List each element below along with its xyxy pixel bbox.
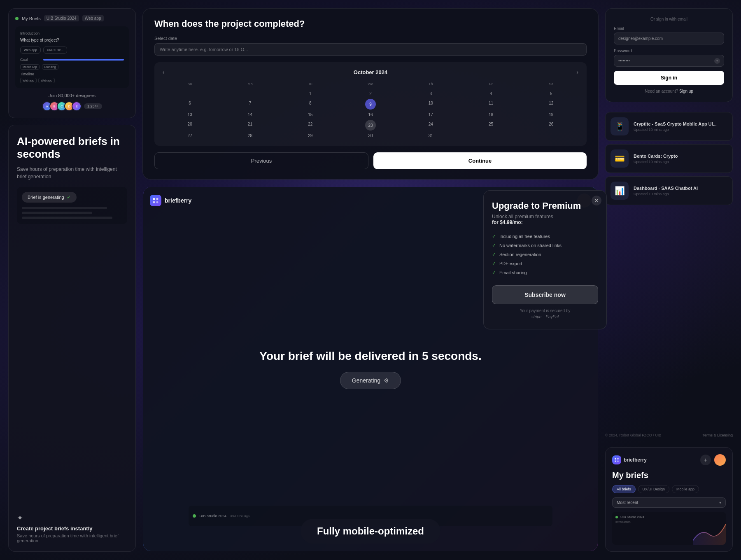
cal-day-1[interactable]: 1 (281, 89, 340, 98)
generating-badge: Brief is generating ✓ (22, 192, 77, 203)
cal-day-12[interactable]: 12 (522, 99, 581, 110)
day-mo: Mo (220, 81, 280, 87)
cal-day-2[interactable]: 2 (341, 89, 400, 98)
cal-day-3[interactable]: 3 (401, 89, 460, 98)
cal-day-14[interactable]: 14 (220, 110, 280, 119)
bb-logo-icon (150, 195, 161, 206)
svg-point-4 (615, 458, 616, 460)
cal-day-18[interactable]: 18 (461, 110, 520, 119)
chip-mobileapp: Mobile App (20, 64, 40, 70)
left-top-card: My Briefs UIB Studio 2024 Web app Introd… (8, 8, 136, 118)
option-uxui[interactable]: UI/UX De... (43, 47, 67, 54)
feature-text-5: Email sharing (499, 270, 527, 275)
option-webapp[interactable]: Web app (20, 47, 41, 54)
left-bottom-card: AI-powered briefs in seconds Save hours … (8, 125, 136, 552)
tl-chip2: Web app (38, 78, 55, 83)
cal-day-25[interactable]: 25 (461, 120, 520, 131)
rbb-sort-select[interactable]: Most recent (617, 500, 638, 505)
bb-main-text: Your brief will be delivered in 5 second… (259, 349, 481, 364)
cal-day-30[interactable]: 30 (341, 131, 400, 140)
cal-day-17[interactable]: 17 (401, 110, 460, 119)
cal-day-5[interactable]: 5 (522, 89, 581, 98)
password-field[interactable]: •••••••• (614, 55, 724, 67)
cal-day-20[interactable]: 20 (160, 120, 219, 131)
cal-day-23-selected[interactable]: 23 (365, 120, 376, 131)
right-column: Or sign in with email Email designer@exa… (605, 8, 733, 552)
rbb-tab-mobile[interactable]: Mobile app (672, 485, 699, 493)
feature-item-4: ✓ PDF export (492, 259, 598, 268)
product-updated-1: Updated 10 mins ago (634, 128, 727, 132)
gen-line-1 (22, 207, 107, 209)
cal-day-16[interactable]: 16 (341, 110, 400, 119)
payment-logos: stripe PayPal (492, 315, 598, 319)
cal-prev-btn[interactable]: ‹ (160, 68, 167, 76)
gen-line-3 (22, 217, 112, 219)
cal-day-19[interactable]: 19 (522, 110, 581, 119)
cal-day-21[interactable]: 21 (220, 120, 280, 131)
chevron-down-icon: ▾ (719, 500, 721, 505)
product-info-2: Bento Cards: Crypto Updated 10 mins ago (634, 154, 727, 164)
rbb-add-button[interactable]: + (700, 455, 711, 465)
rbb-tab-all[interactable]: All briefs (612, 485, 636, 493)
cal-day-28[interactable]: 28 (220, 131, 280, 140)
rbb-avatar[interactable] (714, 454, 726, 466)
mini-chart (693, 520, 726, 545)
cal-day-6[interactable]: 6 (160, 99, 219, 110)
cal-day-29[interactable]: 29 (281, 131, 340, 140)
cal-empty (522, 131, 581, 140)
cal-empty (160, 89, 219, 98)
day-su: Su (160, 81, 219, 87)
svg-point-7 (617, 460, 619, 462)
product-name-2: Bento Cards: Crypto (634, 154, 727, 159)
cal-day-24[interactable]: 24 (401, 120, 460, 131)
cal-day-11[interactable]: 11 (461, 99, 520, 110)
app-badge: UIB Studio 2024 (44, 15, 79, 21)
create-sub: Save hours of preparation time with inte… (17, 533, 135, 543)
cal-next-btn[interactable]: › (574, 68, 581, 76)
cal-day-27[interactable]: 27 (160, 131, 219, 140)
date-input[interactable]: Write anytime here. e.g. tomorrow or 18 … (154, 43, 587, 56)
calendar-widget: ‹ October 2024 › Su Mo Tu We Th Fr Sa (154, 62, 587, 146)
rbb-tab-uxui[interactable]: UX/UI Design (638, 485, 670, 493)
cal-day-15[interactable]: 15 (281, 110, 340, 119)
product-name-1: Cryptite - SaaS Crypto Mobile App UI... (634, 121, 727, 126)
feature-text-2: No watermarks on shared links (499, 243, 562, 248)
email-field-display[interactable]: designer@example.com (614, 33, 724, 44)
product-info-1: Cryptite - SaaS Crypto Mobile App UI... … (634, 121, 727, 132)
cal-day-22[interactable]: 22 (281, 120, 340, 131)
continue-button[interactable]: Continue (373, 152, 587, 169)
cal-day-4[interactable]: 4 (461, 89, 520, 98)
cal-day-7[interactable]: 7 (220, 99, 280, 110)
timeline-chips: Web app Web app (20, 78, 124, 83)
feature-text-1: Including all free features (499, 234, 550, 239)
footer-terms-link[interactable]: Terms & Licensing (702, 433, 733, 437)
day-tu: Tu (281, 81, 340, 87)
cal-day-31[interactable]: 31 (401, 131, 460, 140)
goal-label: Goal (20, 58, 41, 62)
cal-day-8[interactable]: 8 (281, 99, 340, 110)
auth-or-text: Or sign in with email (614, 17, 724, 21)
ai-subtext: Save hours of preparation time with inte… (17, 166, 127, 180)
cal-day-10[interactable]: 10 (401, 99, 460, 110)
generating-button[interactable]: Generating ⚙ (340, 372, 401, 389)
product-cards-area: 📱 Cryptite - SaaS Crypto Mobile App UI..… (605, 112, 733, 427)
help-icon[interactable]: ? (714, 58, 720, 64)
feature-text-4: PDF export (499, 261, 522, 266)
signup-link[interactable]: Sign up (679, 89, 693, 93)
premium-subtitle: Unlock all premium features for $4.99/mo… (492, 214, 598, 225)
select-date-label: Select date (154, 36, 587, 41)
cal-day-13[interactable]: 13 (160, 110, 219, 119)
cal-day-26[interactable]: 26 (522, 120, 581, 131)
previous-button[interactable]: Previous (154, 152, 368, 169)
signin-button[interactable]: Sign in (614, 71, 724, 85)
modal-close-button[interactable]: ✕ (592, 196, 601, 205)
cal-grid: 1 2 3 4 5 6 7 8 9 10 11 12 13 (160, 89, 581, 140)
cal-day-9-today[interactable]: 9 (365, 99, 376, 110)
project-question: What type of project? (20, 38, 124, 42)
subscribe-button[interactable]: Subscribe now (492, 285, 598, 304)
avatars-row: A B C D E 1,234+ (15, 101, 129, 111)
create-label: Create project briefs instantly (17, 525, 135, 532)
rbb-logo-text: briefberry (624, 457, 647, 463)
product-card-3: 📊 Dashboard - SAAS Chatbot AI Updated 10… (605, 176, 733, 205)
gen-line-2 (22, 212, 92, 214)
